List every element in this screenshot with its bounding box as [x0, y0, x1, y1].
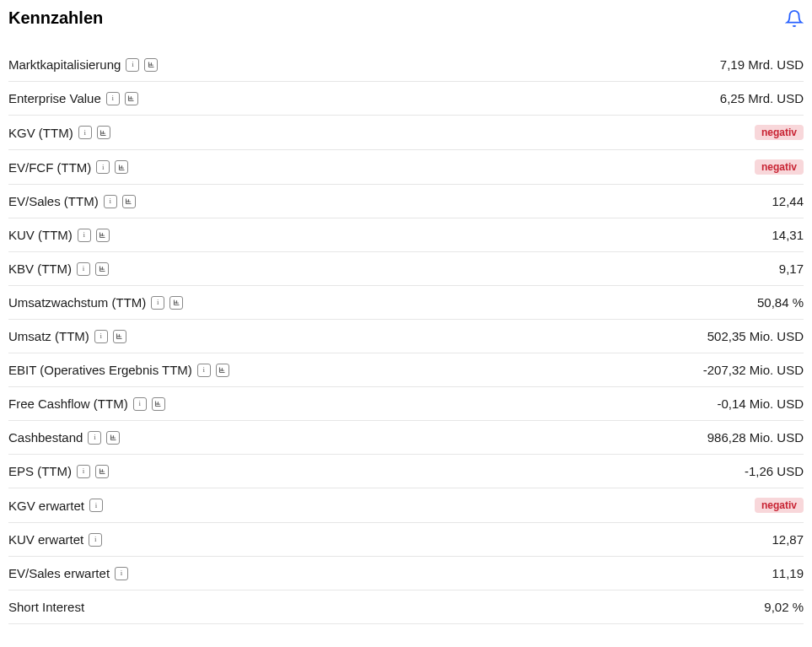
metric-row: KUV erwarteti12,87: [8, 523, 804, 557]
metric-label: Umsatzwachstum (TTM): [8, 295, 146, 310]
metric-label-wrap: EPS (TTM)i: [8, 464, 109, 478]
chart-icon[interactable]: [95, 262, 109, 276]
metric-row: KGV erwartetinegativ: [8, 488, 804, 523]
negative-badge: negativ: [755, 125, 804, 140]
chart-icon[interactable]: [216, 364, 229, 377]
chart-icon[interactable]: [115, 160, 128, 174]
metric-value: -1,26 USD: [745, 464, 804, 478]
metric-label-wrap: Free Cashflow (TTM)i: [8, 396, 165, 411]
metric-row: KBV (TTM)i9,17: [8, 252, 804, 286]
metric-label: EV/Sales (TTM): [8, 194, 99, 208]
metric-row: Cashbestandi986,28 Mio. USD: [8, 421, 804, 455]
metric-value: 12,44: [772, 194, 804, 208]
metric-label: Cashbestand: [8, 430, 83, 445]
metric-label: Free Cashflow (TTM): [8, 396, 128, 411]
metrics-list: Marktkapitalisierungi7,19 Mrd. USDEnterp…: [8, 48, 804, 624]
chart-icon[interactable]: [122, 195, 136, 208]
bell-icon[interactable]: [785, 9, 804, 28]
metric-label: KGV erwartet: [8, 499, 84, 513]
metric-row: EPS (TTM)i-1,26 USD: [8, 455, 804, 488]
metric-label: EV/FCF (TTM): [8, 160, 91, 175]
info-icon[interactable]: i: [104, 195, 117, 208]
metric-value: 9,17: [779, 261, 804, 276]
metric-label-wrap: Short Interest: [8, 600, 84, 614]
metric-row: EV/Sales erwarteti11,19: [8, 557, 804, 590]
metric-value: 6,25 Mrd. USD: [720, 91, 804, 105]
metric-label: KBV (TTM): [8, 261, 72, 276]
metric-label-wrap: Cashbestandi: [8, 430, 120, 445]
metric-label-wrap: KBV (TTM)i: [8, 261, 109, 276]
metric-label: Short Interest: [8, 600, 84, 614]
metric-row: EV/Sales (TTM)i12,44: [8, 185, 804, 218]
info-icon[interactable]: i: [88, 431, 101, 445]
negative-badge: negativ: [755, 159, 804, 175]
metric-label-wrap: EV/FCF (TTM)i: [8, 160, 128, 175]
metric-row: KGV (TTM)inegativ: [8, 116, 804, 150]
metric-value: 986,28 Mio. USD: [707, 430, 804, 445]
chart-icon[interactable]: [96, 229, 110, 242]
metric-row: Umsatzwachstum (TTM)i50,84 %: [8, 286, 804, 320]
metric-row: Enterprise Valuei6,25 Mrd. USD: [8, 82, 804, 116]
metric-label: KGV (TTM): [8, 126, 73, 140]
info-icon[interactable]: i: [106, 92, 120, 105]
metric-value: -0,14 Mio. USD: [717, 396, 804, 411]
chart-icon[interactable]: [169, 296, 183, 310]
metric-label: Marktkapitalisierung: [8, 57, 121, 72]
chart-icon[interactable]: [97, 126, 110, 139]
metric-value: -207,32 Mio. USD: [703, 363, 804, 377]
metric-label: KUV erwartet: [8, 532, 83, 547]
info-icon[interactable]: i: [94, 330, 108, 343]
chart-icon[interactable]: [95, 465, 109, 478]
metric-row: KUV (TTM)i14,31: [8, 218, 804, 252]
info-icon[interactable]: i: [197, 364, 211, 377]
chart-icon[interactable]: [113, 330, 126, 343]
info-icon[interactable]: i: [133, 397, 147, 411]
chart-icon[interactable]: [106, 431, 120, 445]
metric-label: EBIT (Operatives Ergebnis TTM): [8, 363, 192, 377]
metric-label: KUV (TTM): [8, 228, 73, 242]
metric-row: Umsatz (TTM)i502,35 Mio. USD: [8, 320, 804, 353]
metric-value: 50,84 %: [757, 295, 804, 310]
metric-value: 14,31: [772, 228, 804, 242]
info-icon[interactable]: i: [89, 533, 102, 547]
info-icon[interactable]: i: [77, 262, 90, 276]
metric-value: 502,35 Mio. USD: [707, 329, 804, 343]
metric-label: Umsatz (TTM): [8, 329, 89, 343]
metric-label-wrap: Marktkapitalisierungi: [8, 57, 158, 72]
metric-value: 12,87: [772, 532, 804, 547]
metric-label-wrap: KUV (TTM)i: [8, 228, 110, 242]
metric-row: EBIT (Operatives Ergebnis TTM)i-207,32 M…: [8, 353, 804, 387]
negative-badge: negativ: [755, 498, 804, 513]
metric-row: EV/FCF (TTM)inegativ: [8, 150, 804, 185]
info-icon[interactable]: i: [89, 499, 103, 512]
metric-label: EPS (TTM): [8, 464, 72, 478]
chart-icon[interactable]: [144, 58, 158, 72]
metric-label-wrap: EBIT (Operatives Ergebnis TTM)i: [8, 363, 229, 377]
chart-icon[interactable]: [152, 397, 165, 411]
info-icon[interactable]: i: [78, 126, 92, 139]
metric-label: Enterprise Value: [8, 91, 101, 105]
info-icon[interactable]: i: [151, 296, 164, 310]
metric-label-wrap: KUV erwarteti: [8, 532, 102, 547]
info-icon[interactable]: i: [77, 465, 90, 478]
info-icon[interactable]: i: [126, 58, 139, 72]
metric-row: Free Cashflow (TTM)i-0,14 Mio. USD: [8, 387, 804, 421]
metric-label: EV/Sales erwartet: [8, 566, 110, 580]
info-icon[interactable]: i: [115, 567, 128, 580]
metric-row: Short Interest9,02 %: [8, 590, 804, 624]
metric-label-wrap: EV/Sales erwarteti: [8, 566, 128, 580]
metric-value: 7,19 Mrd. USD: [720, 57, 804, 72]
metric-row: Marktkapitalisierungi7,19 Mrd. USD: [8, 48, 804, 82]
chart-icon[interactable]: [125, 92, 138, 105]
metric-label-wrap: Umsatz (TTM)i: [8, 329, 126, 343]
page-title: Kennzahlen: [8, 8, 103, 28]
info-icon[interactable]: i: [78, 229, 91, 242]
metric-value: 11,19: [772, 566, 804, 580]
metric-label-wrap: EV/Sales (TTM)i: [8, 194, 136, 208]
metric-label-wrap: Enterprise Valuei: [8, 91, 138, 105]
metric-value: 9,02 %: [764, 600, 804, 614]
metric-label-wrap: Umsatzwachstum (TTM)i: [8, 295, 183, 310]
metric-label-wrap: KGV erwarteti: [8, 499, 103, 513]
metric-label-wrap: KGV (TTM)i: [8, 126, 110, 140]
info-icon[interactable]: i: [96, 160, 110, 174]
